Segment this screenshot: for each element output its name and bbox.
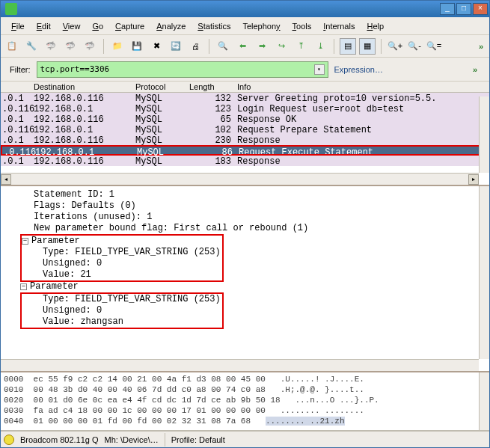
detail-param-value[interactable]: Value: 21 [22, 269, 221, 280]
zoom-in-icon[interactable]: 🔍+ [387, 38, 403, 55]
filter-dropdown-icon[interactable]: ▾ [314, 64, 325, 75]
scroll-left-icon[interactable]: ◂ [1, 174, 11, 185]
menu-analyze[interactable]: Analyze [150, 20, 192, 32]
menu-go[interactable]: Go [86, 20, 109, 32]
forward-icon[interactable]: ➡ [254, 38, 270, 55]
hex-row[interactable]: 0030 fa ad c4 18 00 00 1c 00 00 00 17 01… [4, 405, 486, 416]
tree-collapse-icon[interactable]: − [22, 238, 28, 245]
packet-list-vscroll[interactable] [479, 96, 489, 173]
hex-row[interactable]: 0020 00 01 d0 6e 0c ea e4 4f cd dc 1d 7d… [4, 395, 486, 405]
minimize-button[interactable]: _ [440, 3, 455, 15]
titlebar: _ □ × [1, 1, 489, 17]
goto-first-icon[interactable]: ⤒ [293, 38, 309, 55]
close-file-icon[interactable]: ✖ [148, 38, 165, 55]
column-length[interactable]: Length [188, 82, 233, 92]
status-adapter: Broadcom 802.11g Q [20, 435, 99, 444]
status-indicator-icon [4, 435, 14, 445]
packet-row[interactable]: .0.1192.168.0.116MySQL230Response [1, 135, 489, 145]
packet-row[interactable]: .0.1192.168.0.116MySQL132Server Greeting… [1, 93, 489, 103]
column-protocol[interactable]: Protocol [134, 82, 188, 92]
menu-capture[interactable]: Capture [109, 20, 150, 32]
save-file-icon[interactable]: 💾 [129, 38, 145, 55]
scroll-right-icon[interactable]: ▸ [468, 174, 479, 185]
detail-param-type[interactable]: Type: FIELD_TYPE_VAR_STRING (253) [22, 294, 221, 305]
filter-bar: Filter: tcp.port==3306 ▾ Expression… » [1, 58, 489, 82]
filter-label: Filter: [10, 65, 31, 74]
expression-link[interactable]: Expression… [334, 65, 383, 74]
column-destination[interactable]: Destination [32, 82, 134, 92]
menu-internals[interactable]: Internals [317, 20, 361, 32]
tree-collapse-icon[interactable]: − [20, 283, 27, 290]
detail-param-unsigned[interactable]: Unsigned: 0 [22, 258, 221, 269]
details-vscroll[interactable] [479, 186, 489, 359]
hex-row[interactable]: 0010 00 48 3b d0 40 00 40 06 7d dd c0 a8… [4, 384, 486, 395]
interfaces-icon[interactable]: 📋 [4, 38, 20, 55]
maximize-button[interactable]: □ [456, 3, 471, 15]
open-file-icon[interactable]: 📁 [109, 38, 126, 55]
status-profile: Profile: Default [171, 435, 225, 444]
menu-view[interactable]: View [57, 20, 87, 32]
filter-overflow[interactable]: » [470, 65, 480, 74]
back-icon[interactable]: ⬅ [234, 38, 251, 55]
hex-dump-pane: 0000 ec 55 f9 c2 c2 14 00 21 00 4a f1 d3… [1, 372, 489, 431]
detail-parameter-node[interactable]: −Parameter [22, 236, 221, 247]
filter-input[interactable]: tcp.port==3306 ▾ [37, 61, 328, 78]
statusbar: Broadcom 802.11g Q Mh: \Device\… Profile… [1, 431, 489, 447]
packet-list-hscroll[interactable]: ◂ ▸ [1, 173, 479, 185]
detail-param-value[interactable]: Value: zhangsan [22, 316, 221, 328]
colorize-toggle[interactable]: ▤ [340, 38, 356, 55]
options-icon[interactable]: 🔧 [23, 38, 40, 55]
restart-capture-icon[interactable]: 🦈 [82, 38, 98, 55]
hex-row[interactable]: 0000 ec 55 f9 c2 c2 14 00 21 00 4a f1 d3… [4, 374, 486, 384]
status-device: Mh: \Device\… [105, 435, 159, 444]
app-icon [5, 3, 17, 15]
packet-row[interactable]: .0.116192.168.0.1MySQL123Login Request u… [1, 103, 489, 114]
detail-param-type[interactable]: Type: FIELD_TYPE_VAR_STRING (253) [22, 247, 221, 258]
packet-row[interactable]: .0.1192.168.0.116MySQL183Response [1, 156, 489, 166]
menu-telephony[interactable]: Telephony [236, 20, 286, 32]
menu-file[interactable]: File [5, 20, 31, 32]
stop-capture-icon[interactable]: 🦈 [62, 38, 79, 55]
print-icon[interactable]: 🖨 [187, 38, 203, 55]
packet-rows: .0.1192.168.0.116MySQL132Server Greeting… [1, 93, 489, 166]
zoom-out-icon[interactable]: 🔍- [406, 38, 423, 55]
column-info[interactable]: Info [233, 82, 489, 92]
hex-vscroll[interactable] [479, 372, 489, 430]
find-icon[interactable]: 🔍 [215, 38, 231, 55]
autoscroll-toggle[interactable]: ▦ [359, 38, 376, 55]
menu-help[interactable]: Help [361, 20, 390, 32]
menu-tools[interactable]: Tools [287, 20, 318, 32]
detail-iterations[interactable]: Iterations (unused): 1 [2, 212, 488, 223]
menu-edit[interactable]: Edit [31, 20, 57, 32]
detail-statement-id[interactable]: Statement ID: 1 [2, 189, 488, 200]
zoom-reset-icon[interactable]: 🔍= [426, 38, 442, 55]
detail-parameter-node[interactable]: −Parameter [2, 281, 488, 292]
toolbar-overflow[interactable]: » [476, 42, 486, 51]
packet-list-pane: Destination Protocol Length Info .0.1192… [1, 82, 489, 186]
toolbar: 📋 🔧 🦈 🦈 🦈 📁 💾 ✖ 🔄 🖨 🔍 ⬅ ➡ ↪ ⤒ ⤓ ▤ ▦ 🔍+ 🔍… [1, 35, 489, 58]
goto-last-icon[interactable]: ⤓ [312, 38, 328, 55]
detail-new-param-flag[interactable]: New parameter bound flag: First call or … [2, 223, 488, 234]
packet-row-selected[interactable]: .0.116192.168.0.1MySQL86Request Execute … [1, 145, 489, 156]
reload-icon[interactable]: 🔄 [168, 38, 184, 55]
app-window: _ □ × File Edit View Go Capture Analyze … [0, 0, 490, 448]
hex-row[interactable]: 0040 01 00 00 00 01 fd 00 fd 00 02 32 31… [4, 416, 486, 426]
details-hscroll[interactable] [1, 359, 479, 371]
close-button[interactable]: × [473, 3, 488, 15]
packet-row[interactable]: .0.1192.168.0.116MySQL65Response OK [1, 114, 489, 124]
jump-icon[interactable]: ↪ [273, 38, 290, 55]
menu-statistics[interactable]: Statistics [192, 20, 236, 32]
detail-flags[interactable]: Flags: Defaults (0) [2, 200, 488, 212]
menubar: File Edit View Go Capture Analyze Statis… [1, 17, 489, 35]
start-capture-icon[interactable]: 🦈 [43, 38, 59, 55]
packet-details-pane: Statement ID: 1 Flags: Defaults (0) Iter… [1, 186, 489, 372]
packet-row[interactable]: .0.116192.168.0.1MySQL102Request Prepare… [1, 124, 489, 135]
detail-param-unsigned[interactable]: Unsigned: 0 [22, 305, 221, 316]
